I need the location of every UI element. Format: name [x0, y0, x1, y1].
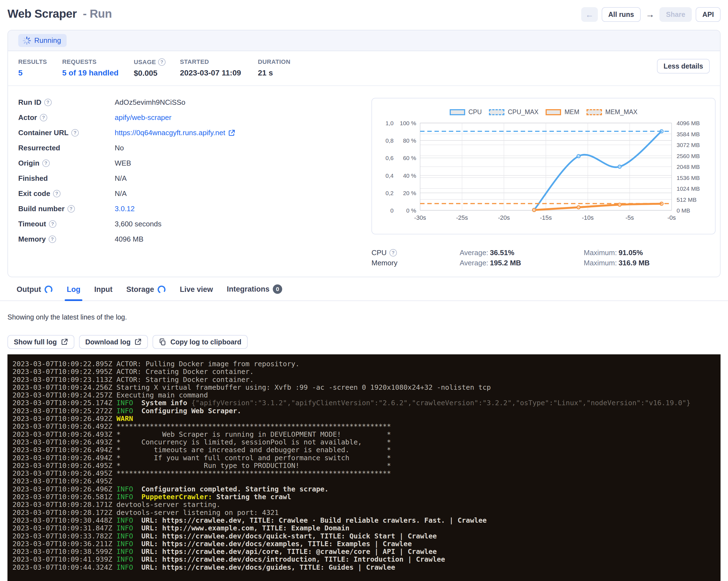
detail-label: Memory? [18, 235, 115, 243]
series-mem-line [534, 204, 662, 210]
tab-count-badge: 0 [273, 284, 282, 294]
right-axis-label: 1024 MB [677, 185, 700, 192]
stats-row: RESULTS5REQUESTS5 of 19 handledUSAGE?$0.… [8, 51, 720, 86]
help-icon: ? [53, 190, 60, 197]
help-icon: ? [71, 129, 79, 136]
right-axis-label: 512 MB [677, 196, 697, 203]
detail-label: Exit code? [18, 189, 115, 198]
stat-value[interactable]: 5 of 19 handled [62, 69, 128, 77]
detail-row: Exit code?N/A [18, 186, 364, 201]
log-line: 2023-03-07T10:09:30.448Z INFO URL: https… [12, 517, 721, 524]
stat-column: RESULTS5 [18, 58, 62, 78]
less-details-button[interactable]: Less details [657, 59, 710, 74]
tab-input[interactable]: Input [87, 285, 120, 300]
all-runs-button[interactable]: All runs [602, 7, 641, 22]
external-link-icon[interactable] [228, 129, 235, 136]
log-line: 2023-03-07T10:09:26.492Z WARN [12, 415, 721, 423]
usage-average: Average:195.2 MB [460, 259, 584, 267]
copy-icon [159, 338, 166, 346]
left-axis-scale-label: 0,6 [386, 155, 394, 161]
help-icon: ? [68, 205, 75, 213]
tab-integrations[interactable]: Integrations0 [220, 284, 289, 300]
left-axis-percent-label: 0 % [406, 207, 416, 214]
external-icon [134, 338, 141, 345]
stat-label-text: STARTED [180, 58, 209, 65]
log-line: 2023-03-07T10:09:33.782Z INFO URL: https… [12, 532, 721, 540]
detail-row: Run ID?AdOz5evimh9NCiSSo [18, 95, 364, 110]
detail-value: WEB [115, 159, 131, 167]
stat-value[interactable]: 5 [18, 69, 57, 77]
run-card: Running RESULTS5REQUESTS5 of 19 handledU… [7, 30, 721, 277]
log-line: 2023-03-07T10:09:25.174Z INFO System inf… [12, 399, 721, 407]
spinner-arc-icon [157, 285, 166, 294]
log-line: 2023-03-07T10:09:26.492Z ***************… [12, 423, 721, 430]
stat-label-text: REQUESTS [62, 58, 97, 65]
log-terminal[interactable]: 2023-03-07T10:09:22.895Z ACTOR: Pulling … [7, 354, 721, 581]
log-line: 2023-03-07T10:09:36.211Z INFO URL: https… [12, 540, 721, 548]
tab-live-view[interactable]: Live view [173, 285, 220, 300]
tab-label: Integrations [227, 285, 270, 294]
log-line: 2023-03-07T10:09:28.172Z devtools-server… [12, 509, 721, 517]
detail-label: Origin? [18, 159, 115, 167]
detail-row: Timeout?3,600 seconds [18, 216, 364, 232]
stat-value: $0.005 [134, 69, 174, 78]
usage-maximum: Maximum:91.05% [584, 248, 708, 257]
detail-value[interactable]: 3.0.12 [115, 205, 135, 213]
previous-run-button[interactable]: ← [581, 7, 598, 22]
button-copy-log-to-clipboard[interactable]: Copy log to clipboard [153, 335, 248, 349]
usage-maximum-value: 316.9 MB [619, 259, 650, 267]
stat-value: 21 s [258, 69, 308, 77]
next-run-button[interactable]: → [645, 9, 656, 20]
stat-label-text: DURATION [258, 58, 290, 65]
x-axis-label: -5s [625, 214, 634, 221]
log-line: 2023-03-07T10:09:28.171Z devtools-server… [12, 501, 721, 508]
right-axis-label: 2048 MB [677, 164, 700, 170]
button-show-full-log[interactable]: Show full log [7, 335, 74, 349]
data-point [618, 165, 621, 168]
stat-label: USAGE? [134, 58, 174, 66]
button-label: Copy log to clipboard [170, 338, 241, 346]
status-badge: Running [18, 34, 67, 47]
button-label: Download log [85, 338, 131, 346]
detail-row: Origin?WEB [18, 156, 364, 171]
log-line: 2023-03-07T10:09:25.272Z INFO Configurin… [12, 407, 721, 415]
log-line: 2023-03-07T10:09:26.493Z * Concurrency i… [12, 439, 721, 446]
usage-average: Average:36.51% [460, 248, 584, 257]
left-axis-scale-label: 0,2 [386, 190, 394, 196]
stat-label: DURATION [258, 58, 308, 65]
tab-output[interactable]: Output [7, 285, 60, 300]
detail-value[interactable]: apify/web-scraper [115, 113, 171, 122]
x-axis-label: -30s [414, 214, 426, 221]
detail-label: Finished [18, 174, 115, 183]
detail-label: Resurrected [18, 144, 115, 152]
share-button[interactable]: Share [659, 7, 692, 22]
log-line: 2023-03-07T10:09:26.495Z ***************… [12, 470, 721, 477]
api-button[interactable]: API [696, 7, 721, 22]
button-download-log[interactable]: Download log [79, 335, 148, 349]
detail-label-text: Exit code [18, 189, 50, 198]
usage-name: Memory [371, 259, 460, 267]
stat-label: REQUESTS [62, 58, 128, 65]
usage-maximum-value: 91.05% [619, 248, 643, 257]
button-label: Show full log [14, 338, 57, 346]
tab-log[interactable]: Log [60, 285, 87, 300]
detail-label-text: Build number [18, 205, 65, 213]
stat-label-text: RESULTS [18, 58, 47, 65]
data-point [532, 208, 536, 212]
usage-chart: 4096 MB3584 MB3072 MB2560 MB2048 MB1536 … [372, 98, 716, 235]
help-icon: ? [40, 114, 47, 121]
page-title-main: Web Scraper [7, 7, 77, 20]
detail-value[interactable]: https://0q64wnacgyft.runs.apify.net [115, 129, 235, 137]
external-icon [61, 338, 68, 345]
tab-storage[interactable]: Storage [120, 285, 173, 300]
stat-label-text: USAGE [134, 59, 156, 66]
spinner-icon [23, 36, 31, 45]
right-axis-label: 1536 MB [677, 175, 700, 181]
detail-label-text: Resurrected [18, 144, 60, 152]
arrow-left-icon: ← [586, 10, 594, 19]
x-axis-label: -20s [498, 214, 510, 221]
detail-row: FinishedN/A [18, 171, 364, 186]
data-point [577, 155, 580, 158]
usage-summary-row: CPU?Average:36.51%Maximum:91.05% [371, 248, 716, 258]
detail-label: Build number? [18, 205, 115, 213]
